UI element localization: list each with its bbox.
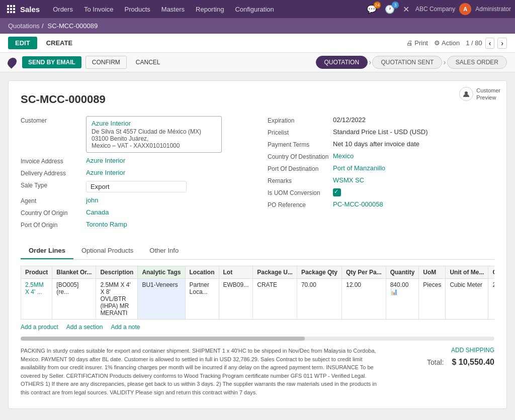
form-right: Expiration 02/12/2022 Pricelist Standard… [268, 116, 494, 233]
print-button[interactable]: 🖨 Print [406, 39, 428, 47]
col-quantity: Quantity [386, 266, 419, 279]
add-shipping-button[interactable]: ADD SHIPPING [394, 347, 494, 354]
expiration-field: Expiration 02/12/2022 [268, 116, 494, 124]
agent-value[interactable]: john [86, 196, 99, 204]
row-uom: Pieces [419, 279, 446, 320]
apps-menu-button[interactable] [4, 5, 18, 13]
row-unit-of-me: Cubic Meter [446, 279, 488, 320]
status-sales-order[interactable]: SALES ORDER [447, 56, 507, 69]
notifications-button[interactable]: 💬 24 [365, 4, 379, 15]
horizontal-scrollbar[interactable] [21, 337, 494, 341]
pagination: 1 / 80 ‹ › [466, 38, 507, 49]
row-description: 2.5MM X 4' X 8' OVL/BTR (IHPA) MR MERANT… [96, 279, 138, 320]
customer-name[interactable]: Azure Interior [92, 120, 216, 127]
status-quotation-sent[interactable]: QUOTATION SENT [372, 56, 442, 69]
add-note-link[interactable]: Add a note [111, 324, 140, 331]
agent-label: Agent [21, 196, 86, 204]
col-unit-of-me: Unit of Me... [446, 266, 488, 279]
next-button[interactable]: › [497, 38, 507, 49]
po-reference-field: PO Reference PC-MCC-000058 [268, 200, 494, 208]
topnav-right: 💬 24 🕐 3 ✕ ABC Company A Administrator [365, 3, 511, 15]
expiration-value: 02/12/2022 [333, 116, 366, 124]
action-icon: ⚙ [434, 39, 440, 47]
quantity-chart-icon[interactable]: 📊 [390, 288, 398, 295]
action-label: Action [442, 39, 460, 47]
breadcrumb-parent[interactable]: Quotations [8, 22, 40, 30]
country-origin-value[interactable]: Canada [86, 208, 109, 216]
col-package-qty: Package Qty [297, 266, 341, 279]
confirm-button[interactable]: CONFIRM [85, 56, 127, 69]
order-table: Product Blanket Or... Description Analyt… [21, 266, 494, 320]
create-button[interactable]: CREATE [41, 37, 77, 49]
add-section-link[interactable]: Add a section [66, 324, 103, 331]
menu-to-invoice[interactable]: To Invoice [79, 3, 119, 16]
remarks-field: Remarks WSMX SC [268, 176, 494, 184]
po-reference-value[interactable]: PC-MCC-000058 [333, 200, 383, 208]
port-destination-label: Port Of Destination [268, 164, 333, 172]
col-location: Location [185, 266, 219, 279]
customer-label: Customer [21, 116, 86, 124]
country-destination-field: Country Of Destination Mexico [268, 152, 494, 160]
delivery-address-value[interactable]: Azure Interior [86, 169, 125, 176]
country-destination-value[interactable]: Mexico [333, 152, 354, 160]
port-origin-value[interactable]: Toronto Ramp [86, 221, 127, 228]
table-row: 2.5MM X 4' ... [BO005] (re... 2.5MM X 4'… [21, 279, 495, 320]
print-icon: 🖨 [406, 39, 413, 47]
row-product[interactable]: 2.5MM X 4' ... [21, 279, 52, 320]
menu-reporting[interactable]: Reporting [191, 3, 229, 16]
activity-badge: 3 [392, 2, 399, 9]
sale-type-input[interactable]: Export [86, 181, 187, 192]
agent-field: Agent john [21, 196, 247, 204]
breadcrumb: Quotations / SC-MCC-000089 [0, 18, 515, 34]
tab-order-lines[interactable]: Order Lines [21, 243, 73, 259]
col-qty-per-pa: Qty Per Pa... [341, 266, 386, 279]
tab-optional-products[interactable]: Optional Products [73, 243, 141, 259]
cancel-button[interactable]: CANCEL [131, 56, 165, 68]
svg-rect-7 [10, 11, 12, 13]
status-quotation[interactable]: QUOTATION [316, 56, 368, 69]
remarks-label: Remarks [268, 176, 333, 184]
col-lot: Lot [219, 266, 253, 279]
activity-button[interactable]: 🕐 3 [383, 4, 397, 15]
menu-orders[interactable]: Orders [48, 3, 78, 16]
customer-preview-button[interactable]: CustomerPreview [459, 87, 500, 101]
customer-address-line2: 03100 Benito Juárez, [92, 135, 216, 142]
row-package-qty: 70.00 [297, 279, 341, 320]
customer-preview-icon [459, 87, 473, 101]
order-table-container: Product Blanket Or... Description Analyt… [21, 266, 494, 320]
port-destination-value[interactable]: Port of Manzanillo [333, 164, 385, 172]
invoice-address-value[interactable]: Azure Interior [86, 157, 125, 164]
uom-conversion-field: Is UOM Conversion [268, 188, 494, 196]
close-button[interactable]: ✕ [401, 4, 411, 15]
company-name: ABC Company [415, 6, 455, 13]
footer-totals: ADD SHIPPING Total: $ 10,550.40 [394, 347, 494, 367]
sale-type-label: Sale Type [21, 181, 86, 189]
prev-button[interactable]: ‹ [485, 38, 495, 49]
col-convers: Convers [488, 266, 494, 279]
action-button[interactable]: ⚙ Action [434, 39, 460, 47]
country-destination-label: Country Of Destination [268, 152, 333, 160]
total-label: Total: [427, 358, 444, 366]
row-location: Partner Loca... [185, 279, 219, 320]
customer-value-box[interactable]: Azure Interior De Silva St 4557 Ciudad d… [86, 116, 222, 153]
send-by-email-button[interactable]: SEND BY EMAIL [22, 56, 81, 68]
edit-button[interactable]: EDIT [8, 37, 37, 49]
breadcrumb-current: SC-MCC-000089 [48, 22, 98, 30]
tab-other-info[interactable]: Other Info [141, 243, 187, 259]
col-blanket: Blanket Or... [52, 266, 96, 279]
nav-indicator [6, 56, 18, 68]
uom-conversion-checkbox[interactable] [333, 188, 341, 196]
menu-configuration[interactable]: Configuration [230, 3, 279, 16]
payment-terms-value: Net 10 days after invoice date [333, 140, 419, 148]
row-analytic-tags[interactable]: BU1-Veneers [138, 279, 185, 320]
svg-rect-3 [7, 8, 9, 10]
remarks-value[interactable]: WSMX SC [333, 176, 364, 184]
toolbar-right: 🖨 Print ⚙ Action 1 / 80 ‹ › [406, 38, 507, 49]
svg-rect-0 [7, 5, 9, 7]
menu-products[interactable]: Products [119, 3, 155, 16]
menu-masters[interactable]: Masters [156, 3, 190, 16]
action-toolbar: SEND BY EMAIL CONFIRM CANCEL QUOTATION ›… [0, 53, 515, 72]
main-toolbar: EDIT CREATE 🖨 Print ⚙ Action 1 / 80 ‹ › [0, 34, 515, 53]
add-product-link[interactable]: Add a product [21, 324, 58, 331]
col-analytic-tags: Analytic Tags [138, 266, 185, 279]
